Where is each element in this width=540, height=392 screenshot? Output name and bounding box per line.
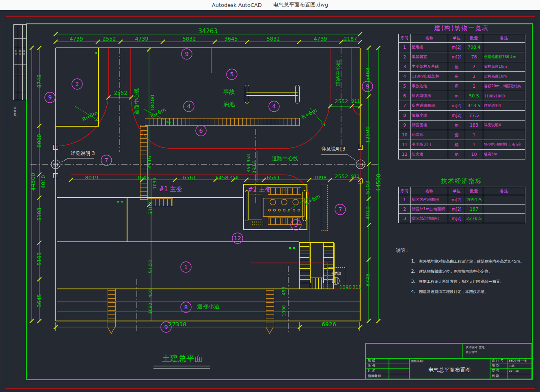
gravel-patch xyxy=(252,220,263,226)
note-item: 4.围墙及道路由工程设计定，本图仅示意。 xyxy=(396,286,536,297)
table-row: 11变电所大门樘1轻型电动推拉门, 4m宽 xyxy=(399,140,525,150)
table-cell: 樘 xyxy=(448,140,465,150)
table-cell: 1 xyxy=(465,140,483,150)
table-cell: 1 xyxy=(399,43,411,52)
table-cell: 变电所大门 xyxy=(411,140,448,150)
table-cell: 2278.5 xyxy=(465,214,483,223)
table-header: 数量 xyxy=(465,187,483,195)
table-cell: m xyxy=(448,91,465,101)
table-cell: m[2] xyxy=(448,43,465,52)
table-cell: 3 xyxy=(399,62,411,72)
table-title: 建(构)筑物一览表 xyxy=(398,24,525,32)
table-row: 9所区围墙m183详见说明4 xyxy=(399,121,525,130)
document-title: 电气总平面布置图.dwg xyxy=(273,1,328,9)
table-cell: 主变架构及基础 xyxy=(411,62,448,72)
table-cell: 所区内占地面积 xyxy=(411,195,448,205)
table-cell: 2091.5 xyxy=(465,195,483,205)
strip-line xyxy=(18,25,18,100)
table-row: 1配电楼m[2]708.4 xyxy=(399,43,525,52)
table-cell: 电容器室 xyxy=(411,52,448,62)
table-cell: 架构高度10m xyxy=(483,62,525,72)
table-cell: 所内电缆沟 xyxy=(411,91,448,101)
strip-line xyxy=(22,25,23,100)
notes: 说明： 1.室外地坪绝对标高由工程设计定，建筑物室内外高差0.45m。2.建筑物… xyxy=(396,248,536,297)
table-row: 1所区内占地面积m[2]2091.5 xyxy=(399,195,525,205)
table-cell: 708.4 xyxy=(465,43,483,52)
table-cell: 78 xyxy=(465,52,483,62)
table-cell: 详见说明4 xyxy=(483,101,525,111)
table-cell: 50.5 xyxy=(465,91,483,101)
buildings-table: 建(构)筑物一览表序号名称单位数量备注1配电楼m[2]708.42电容器室m[2… xyxy=(398,24,525,159)
gantry-column xyxy=(295,85,300,103)
table-cell: 所区总占地面积 xyxy=(411,214,448,223)
table-cell: 所区外1m占地面积 xyxy=(411,205,448,214)
autocad-window: Autodesk AutoCAD 电气总平面布置图.dwg 专业签名日期 会签栏… xyxy=(0,0,540,392)
indicators-table: 技术经济指标序号名称单位数量备注1所区内占地面积m[2]2091.52所区外1m… xyxy=(398,177,525,223)
table-header: 序号 xyxy=(399,187,411,195)
table-cell: 防火墙 xyxy=(411,150,448,159)
table-cell: 3 xyxy=(399,214,411,223)
table-cell: 化粪池 xyxy=(411,130,448,140)
transformer-tank xyxy=(248,194,262,220)
titleblock-label: 指导老师 xyxy=(367,374,389,379)
strip-col-label: 签名 xyxy=(18,50,22,55)
table-cell: 所内道路面积 xyxy=(411,101,448,111)
table-header: 备注 xyxy=(483,34,525,43)
transformer-radiator xyxy=(268,218,301,225)
project-name: 设计项目: 变电 xyxy=(464,345,531,350)
cable-trench xyxy=(140,125,148,200)
table-cell: m[2] xyxy=(448,111,465,121)
table-cell: 轻型电动推拉门, 4m宽 xyxy=(483,140,525,150)
table-cell: 2 xyxy=(465,62,483,72)
table-cell: 6 xyxy=(399,91,411,101)
gantry-column xyxy=(245,85,249,103)
gravel-patch xyxy=(282,187,293,192)
table-cell xyxy=(483,205,525,214)
table-row: 4110kV出线架构座2架构高度10m xyxy=(399,72,525,82)
strip-col-label: 日期 xyxy=(22,50,26,55)
table-row: 3主变架构及基础座2架构高度10m xyxy=(399,62,525,72)
table-cell: 2 xyxy=(399,52,411,62)
table-cell: 12 xyxy=(399,150,411,159)
table-cell: m[2] xyxy=(448,195,465,205)
table-cell: 总建筑面积786.4m xyxy=(483,52,525,62)
strip-line xyxy=(14,48,26,48)
table-header: 单位 xyxy=(448,187,465,195)
table-cell: 11 xyxy=(399,140,411,150)
table-row: 12防火墙m10墙高5m xyxy=(399,150,525,159)
table-cell: 187 xyxy=(465,205,483,214)
table-cell: 配电楼 xyxy=(411,43,448,52)
note-number: 2. xyxy=(396,266,419,276)
table-title: 技术经济指标 xyxy=(398,177,525,185)
table-cell: 容积20m，钢筋砼结构 xyxy=(483,82,525,91)
table-cell: 1 xyxy=(465,82,483,91)
cable-trench xyxy=(147,198,173,206)
table-cell: 座 xyxy=(448,62,465,72)
table-header: 数量 xyxy=(465,34,483,43)
drawing-name-label: 图纸名称: xyxy=(410,359,436,363)
table-cell xyxy=(483,111,525,121)
title-bar: Autodesk AutoCAD 电气总平面布置图.dwg xyxy=(0,0,540,10)
titleblock-value: 电施 xyxy=(508,364,532,368)
strip-line xyxy=(14,92,26,92)
table-cell: 1 xyxy=(399,195,411,205)
table-cell: 2 xyxy=(399,205,411,214)
septic-tank-box xyxy=(327,267,345,289)
table-cell: 9 xyxy=(399,121,411,130)
table-cell: 4 xyxy=(399,72,411,82)
table-cell: 座 xyxy=(448,72,465,82)
table-cell: 183 xyxy=(465,121,483,130)
app-title: Autodesk AutoCAD xyxy=(212,2,262,8)
strip-line xyxy=(14,65,26,65)
note-number: 4. xyxy=(396,286,419,297)
table-cell: 事故油池 xyxy=(411,82,448,91)
strip-line xyxy=(14,75,26,75)
note-number: 1. xyxy=(396,256,419,266)
wall-post xyxy=(358,179,363,183)
table-cell: 8 xyxy=(399,111,411,121)
table-cell: 1100x1000 xyxy=(483,91,525,101)
wall-post xyxy=(53,145,58,150)
note-item: 2.建筑物按轴线定位，围墙按围墙中心定位。 xyxy=(396,266,536,276)
title-block-line xyxy=(462,344,463,358)
stair xyxy=(299,243,311,283)
